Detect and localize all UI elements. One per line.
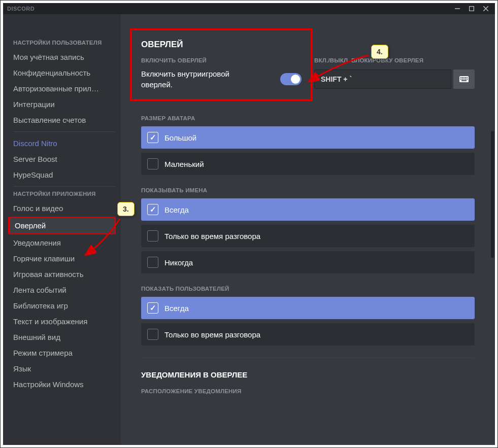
checkbox-icon: [147, 257, 158, 268]
show-users-option[interactable]: Только во время разговора: [141, 323, 475, 346]
show-names-label: Показывать имена: [141, 187, 475, 193]
svg-rect-15: [465, 79, 466, 80]
svg-rect-17: [461, 80, 467, 81]
title-bar: DISCORD: [3, 3, 495, 14]
show-names-group: Показывать имена ВсегдаТолько во время р…: [141, 187, 475, 273]
avatar-size-label: Размер аватара: [141, 115, 475, 121]
avatar-size-option[interactable]: Большой: [141, 126, 475, 149]
svg-rect-13: [462, 79, 463, 80]
sidebar-item[interactable]: Лента событий: [8, 283, 116, 297]
divider: [141, 358, 475, 358]
option-label: Только во время разговора: [164, 232, 260, 240]
show-users-group: Показать пользователей ВсегдаТолько во в…: [141, 286, 475, 346]
notification-location-label: Расположение уведомления: [141, 388, 475, 394]
arrow-3: [79, 214, 125, 262]
arrow-4: [303, 51, 374, 87]
option-label: Всегда: [164, 205, 189, 214]
minimize-button[interactable]: [450, 3, 464, 14]
window-title: DISCORD: [7, 6, 35, 12]
svg-rect-8: [462, 77, 463, 78]
sidebar-item[interactable]: Игровая активность: [8, 267, 116, 282]
show-users-label: Показать пользователей: [141, 286, 475, 292]
show-names-option[interactable]: Только во время разговора: [141, 225, 475, 247]
svg-rect-10: [465, 77, 466, 78]
keyboard-icon-button[interactable]: [453, 70, 475, 89]
sidebar-item[interactable]: Discord Nitro: [8, 136, 116, 151]
sidebar-item[interactable]: Конфиденциальность: [8, 65, 116, 80]
svg-rect-14: [463, 79, 464, 80]
svg-rect-12: [460, 79, 461, 80]
sidebar-item[interactable]: HypeSquad: [8, 167, 116, 182]
sidebar-item[interactable]: Язык: [8, 361, 116, 376]
sidebar-item[interactable]: Библиотека игр: [8, 298, 116, 313]
show-names-option[interactable]: Никогда: [141, 251, 475, 273]
avatar-size-group: Размер аватара БольшойМаленький: [141, 115, 475, 175]
sidebar-separator: [13, 186, 116, 187]
option-label: Большой: [164, 133, 196, 142]
sidebar-group-header: Настройки пользователя: [13, 40, 116, 46]
sidebar-item[interactable]: Текст и изображения: [8, 314, 116, 329]
svg-rect-16: [467, 79, 468, 80]
sidebar-item[interactable]: Моя учётная запись: [8, 50, 116, 64]
option-label: Только во время разговора: [164, 330, 260, 339]
overlay-highlight-box: Оверлей Включить оверлей Включить внутри…: [130, 28, 313, 101]
avatar-size-option[interactable]: Маленький: [141, 153, 475, 175]
sidebar-item[interactable]: Настройки Windows: [8, 377, 116, 392]
checkbox-icon: [147, 132, 158, 143]
enable-overlay-desc: Включить внутриигровой оверлей.: [141, 68, 243, 90]
option-label: Никогда: [164, 258, 193, 267]
checkbox-icon: [147, 230, 158, 242]
show-names-option[interactable]: Всегда: [141, 198, 475, 221]
overlay-notifications-title: Уведомления в оверлее: [141, 370, 475, 379]
svg-rect-1: [470, 7, 474, 11]
scrollbar[interactable]: [491, 131, 494, 258]
maximize-button[interactable]: [464, 3, 479, 14]
checkbox-icon: [147, 158, 158, 169]
sidebar-item[interactable]: Авторизованные прил…: [8, 81, 116, 96]
svg-rect-9: [463, 77, 464, 78]
sidebar-item[interactable]: Интеграции: [8, 97, 116, 112]
show-users-option[interactable]: Всегда: [141, 297, 475, 319]
checkbox-icon: [147, 302, 158, 314]
option-label: Всегда: [164, 304, 189, 313]
window-controls: [450, 3, 493, 14]
enable-overlay-toggle[interactable]: [280, 73, 302, 85]
sidebar-separator: [13, 131, 116, 132]
svg-rect-7: [460, 77, 461, 78]
checkbox-icon: [147, 329, 158, 340]
sidebar-item[interactable]: Внешний вид: [8, 330, 116, 344]
sidebar-group-header: Настройки приложения: [13, 191, 116, 197]
keyboard-icon: [459, 76, 469, 82]
svg-rect-11: [467, 77, 468, 78]
page-title: Оверлей: [141, 40, 302, 50]
sidebar-item[interactable]: Выставление счетов: [8, 113, 116, 127]
sidebar-item[interactable]: Режим стримера: [8, 346, 116, 360]
enable-overlay-label: Включить оверлей: [141, 57, 302, 63]
callout-4: 4.: [371, 45, 388, 59]
sidebar-item[interactable]: Server Boost: [8, 152, 116, 166]
close-button[interactable]: [479, 3, 493, 14]
callout-3: 3.: [117, 202, 135, 216]
checkbox-icon: [147, 204, 158, 215]
option-label: Маленький: [164, 160, 204, 168]
